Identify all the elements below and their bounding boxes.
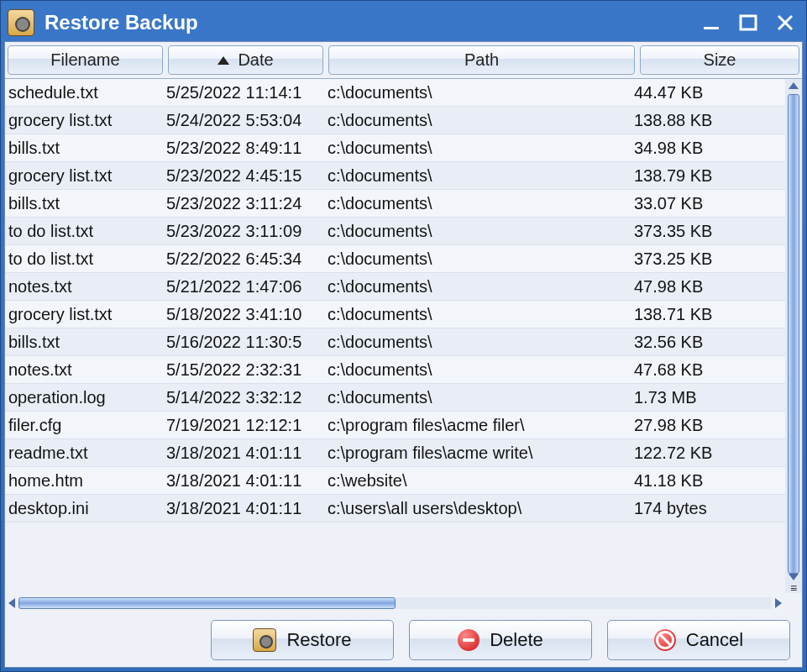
column-header-date[interactable]: Date bbox=[168, 45, 323, 75]
cell-path: c:\documents\ bbox=[324, 388, 634, 407]
scroll-right-icon[interactable] bbox=[775, 598, 782, 608]
vertical-scrollbar[interactable]: ≡ bbox=[785, 79, 802, 593]
safe-icon bbox=[8, 9, 34, 36]
cell-size: 41.18 KB bbox=[634, 471, 802, 491]
file-list-inner: schedule.txt5/25/2022 11:14:1c:\document… bbox=[5, 79, 802, 522]
cell-path: c:\documents\ bbox=[324, 333, 634, 352]
scroll-down-icon[interactable] bbox=[789, 574, 799, 580]
cell-size: 47.98 KB bbox=[634, 277, 802, 297]
cell-filename: bills.txt bbox=[8, 333, 166, 352]
cell-date: 7/19/2021 12:12:1 bbox=[166, 416, 324, 435]
cell-size: 373.25 KB bbox=[634, 249, 802, 269]
cell-filename: grocery list.txt bbox=[8, 305, 166, 324]
horizontal-scroll-track[interactable] bbox=[18, 597, 772, 609]
column-header-path[interactable]: Path bbox=[328, 45, 635, 75]
table-row[interactable]: schedule.txt5/25/2022 11:14:1c:\document… bbox=[5, 79, 802, 107]
table-row[interactable]: operation.log5/14/2022 3:32:12c:\documen… bbox=[5, 384, 802, 412]
action-buttons: Restore Delete Cancel bbox=[5, 613, 802, 667]
cell-path: c:\documents\ bbox=[324, 277, 634, 297]
cell-size: 34.98 KB bbox=[634, 139, 802, 158]
delete-button[interactable]: Delete bbox=[409, 620, 592, 660]
table-row[interactable]: to do list.txt5/22/2022 6:45:34c:\docume… bbox=[5, 245, 802, 273]
minimize-button[interactable] bbox=[699, 10, 724, 35]
table-row[interactable]: desktop.ini3/18/2021 4:01:11c:\users\all… bbox=[5, 495, 802, 522]
scroll-up-icon[interactable] bbox=[789, 82, 799, 89]
cell-size: 1.73 MB bbox=[634, 388, 802, 407]
button-label: Cancel bbox=[686, 629, 743, 651]
horizontal-scrollbar[interactable] bbox=[5, 593, 802, 613]
scroll-left-icon[interactable] bbox=[8, 598, 15, 608]
table-row[interactable]: to do list.txt5/23/2022 3:11:09c:\docume… bbox=[5, 218, 802, 245]
cell-path: c:\documents\ bbox=[324, 249, 634, 269]
table-row[interactable]: filer.cfg7/19/2021 12:12:1c:\program fil… bbox=[5, 412, 802, 439]
table-row[interactable]: grocery list.txt5/18/2022 3:41:10c:\docu… bbox=[5, 301, 802, 328]
cell-date: 3/18/2021 4:01:11 bbox=[166, 471, 324, 491]
table-row[interactable]: bills.txt5/23/2022 8:49:11c:\documents\3… bbox=[5, 134, 802, 162]
cell-date: 5/15/2022 2:32:31 bbox=[166, 360, 324, 380]
cell-size: 373.35 KB bbox=[634, 222, 802, 241]
close-icon bbox=[776, 13, 794, 32]
scroll-options-icon[interactable]: ≡ bbox=[790, 585, 797, 591]
cell-path: c:\documents\ bbox=[324, 139, 634, 158]
close-button[interactable] bbox=[773, 10, 798, 35]
cell-size: 33.07 KB bbox=[634, 194, 802, 213]
vertical-scroll-thumb[interactable] bbox=[788, 94, 799, 574]
table-row[interactable]: notes.txt5/21/2022 1:47:06c:\documents\4… bbox=[5, 273, 802, 301]
cell-path: c:\documents\ bbox=[324, 305, 634, 324]
maximize-icon bbox=[739, 13, 757, 32]
cell-path: c:\documents\ bbox=[324, 194, 634, 213]
cell-size: 32.56 KB bbox=[634, 333, 802, 352]
cell-filename: to do list.txt bbox=[8, 249, 166, 269]
cell-date: 5/18/2022 3:41:10 bbox=[166, 305, 324, 324]
restore-backup-window: Restore Backup Filename Date Path bbox=[0, 0, 807, 672]
cell-size: 174 bytes bbox=[634, 499, 802, 518]
cell-filename: to do list.txt bbox=[8, 222, 166, 241]
table-row[interactable]: home.htm3/18/2021 4:01:11c:\website\41.1… bbox=[5, 467, 802, 495]
window-title: Restore Backup bbox=[45, 11, 689, 34]
maximize-button[interactable] bbox=[736, 10, 761, 35]
restore-button[interactable]: Restore bbox=[211, 620, 394, 660]
sort-ascending-icon bbox=[217, 56, 229, 65]
cell-filename: notes.txt bbox=[8, 277, 166, 297]
cell-date: 5/24/2022 5:53:04 bbox=[166, 111, 324, 130]
column-header-label: Date bbox=[238, 50, 273, 70]
cell-date: 5/16/2022 11:30:5 bbox=[166, 333, 324, 352]
button-label: Delete bbox=[490, 629, 543, 651]
cell-filename: grocery list.txt bbox=[8, 166, 166, 186]
cell-size: 44.47 KB bbox=[634, 83, 802, 102]
table-row[interactable]: notes.txt5/15/2022 2:32:31c:\documents\4… bbox=[5, 356, 802, 384]
cell-size: 138.88 KB bbox=[634, 111, 802, 130]
column-header-filename[interactable]: Filename bbox=[8, 45, 163, 75]
cell-date: 3/18/2021 4:01:11 bbox=[166, 444, 324, 463]
cell-size: 138.79 KB bbox=[634, 166, 802, 186]
column-header-label: Filename bbox=[50, 50, 119, 70]
cell-date: 5/25/2022 11:14:1 bbox=[166, 83, 324, 102]
cancel-button[interactable]: Cancel bbox=[607, 620, 790, 660]
table-row[interactable]: grocery list.txt5/24/2022 5:53:04c:\docu… bbox=[5, 107, 802, 134]
safe-icon bbox=[253, 628, 276, 652]
column-header-size[interactable]: Size bbox=[640, 45, 799, 75]
cell-path: c:\users\all users\desktop\ bbox=[324, 499, 634, 518]
title-bar: Restore Backup bbox=[4, 4, 803, 41]
horizontal-scroll-thumb[interactable] bbox=[18, 597, 396, 609]
cell-date: 5/22/2022 6:45:34 bbox=[166, 249, 324, 269]
cell-filename: bills.txt bbox=[8, 139, 166, 158]
cell-filename: bills.txt bbox=[8, 194, 166, 213]
cell-filename: notes.txt bbox=[8, 360, 166, 380]
cell-path: c:\website\ bbox=[324, 471, 634, 491]
cell-date: 5/23/2022 4:45:15 bbox=[166, 166, 324, 186]
cell-path: c:\documents\ bbox=[324, 166, 634, 186]
table-row[interactable]: bills.txt5/23/2022 3:11:24c:\documents\3… bbox=[5, 190, 802, 218]
table-row[interactable]: readme.txt3/18/2021 4:01:11c:\program fi… bbox=[5, 439, 802, 467]
table-row[interactable]: grocery list.txt5/23/2022 4:45:15c:\docu… bbox=[5, 162, 802, 190]
cell-filename: desktop.ini bbox=[8, 499, 166, 518]
cell-filename: filer.cfg bbox=[8, 416, 166, 435]
minimize-icon bbox=[702, 13, 721, 32]
cell-filename: readme.txt bbox=[8, 444, 166, 463]
cell-path: c:\program files\acme filer\ bbox=[324, 416, 634, 435]
cancel-icon bbox=[654, 629, 676, 651]
cell-filename: grocery list.txt bbox=[8, 111, 166, 130]
window-controls bbox=[699, 10, 798, 35]
column-header-label: Size bbox=[704, 50, 736, 70]
table-row[interactable]: bills.txt5/16/2022 11:30:5c:\documents\3… bbox=[5, 328, 802, 356]
